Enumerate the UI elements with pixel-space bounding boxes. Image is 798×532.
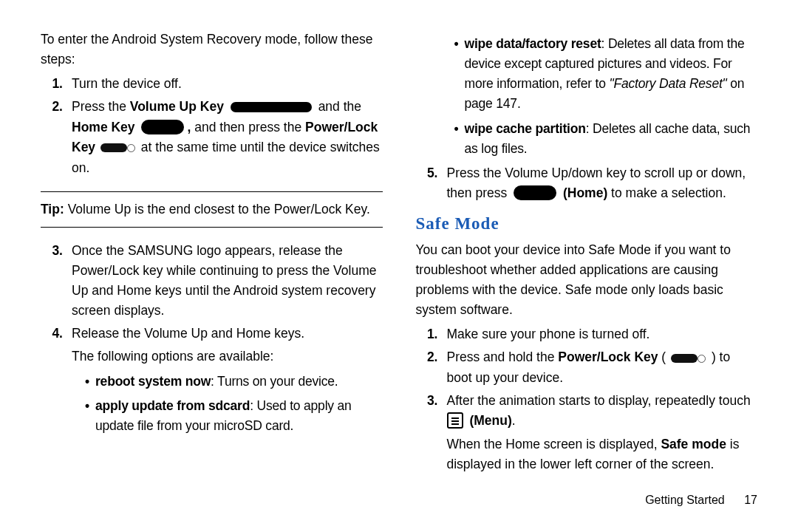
step-number: 2. xyxy=(41,97,63,117)
cross-reference: "Factory Data Reset" xyxy=(609,76,726,91)
left-column: To enter the Android System Recovery mod… xyxy=(41,30,383,477)
section-name: Getting Started xyxy=(645,494,725,506)
volume-up-key-label: Volume Up Key xyxy=(130,99,224,114)
recovery-step-5: 5. Press the Volume Up/down key to scrol… xyxy=(416,163,758,203)
tip-text: Volume Up is the end closest to the Powe… xyxy=(64,202,370,216)
comma: , xyxy=(187,120,191,134)
step-2: 2. Press the Volume Up Key and the Home … xyxy=(63,97,383,177)
home-key-label: Home Key xyxy=(72,120,135,134)
volume-key-icon xyxy=(231,102,312,112)
power-key-icon xyxy=(100,143,127,152)
option-reboot: reboot system now: Turns on your device. xyxy=(85,372,383,392)
step-1: 1. Turn the device off. xyxy=(63,74,383,94)
safe-mode-step-1: 1. Make sure your phone is turned off. xyxy=(438,324,758,344)
safe-mode-intro: You can boot your device into Safe Mode … xyxy=(416,240,758,321)
divider xyxy=(41,191,383,192)
option-update-sdcard: apply update from sdcard: Used to apply … xyxy=(85,396,383,436)
safe-mode-steps: 1. Make sure your phone is turned off. 2… xyxy=(416,324,758,474)
recovery-steps-3-4: 3. Once the SAMSUNG logo appears, releas… xyxy=(41,241,383,436)
step-text-a: Release the Volume Up and Home keys. xyxy=(72,326,304,341)
step-text-a: Press and hold the xyxy=(447,349,559,364)
option-desc: : Turns on your device. xyxy=(211,374,338,389)
option-wipe-cache: wipe cache partition: Deletes all cache … xyxy=(454,119,758,159)
safe-mode-step-3: 3. After the animation starts to display… xyxy=(438,391,758,474)
step-text-b: to make a selection. xyxy=(611,185,726,200)
step-text-b: and the xyxy=(318,99,361,114)
recovery-options-right: wipe data/factory reset: Deletes all dat… xyxy=(416,34,758,159)
step-number: 2. xyxy=(416,347,438,367)
step-number: 3. xyxy=(41,241,63,261)
safe-mode-heading: Safe Mode xyxy=(416,211,758,237)
step-3: 3. Once the SAMSUNG logo appears, releas… xyxy=(63,241,383,321)
step-5: 5. Press the Volume Up/down key to scrol… xyxy=(438,163,758,203)
step-4: 4. Release the Volume Up and Home keys. … xyxy=(63,324,383,436)
menu-label: (Menu) xyxy=(469,413,511,428)
option-name: wipe cache partition xyxy=(465,121,586,136)
page-number: 17 xyxy=(744,494,757,506)
option-name: apply update from sdcard xyxy=(95,398,250,413)
result-a: When the Home screen is displayed, xyxy=(447,437,661,451)
option-wipe-data: wipe data/factory reset: Deletes all dat… xyxy=(454,34,758,115)
option-name: reboot system now xyxy=(95,374,211,389)
safe-mode-step-2: 2. Press and hold the Power/Lock Key ( )… xyxy=(438,347,758,388)
home-key-icon xyxy=(141,120,184,134)
home-label: (Home) xyxy=(563,185,607,200)
step-text-b: The following options are available: xyxy=(72,347,383,366)
step-text-a: After the animation starts to display, r… xyxy=(447,393,751,408)
step-text-c: and then press the xyxy=(194,120,305,134)
recovery-options-left: reboot system now: Turns on your device.… xyxy=(72,372,383,436)
safe-mode-label: Safe mode xyxy=(661,437,726,451)
recovery-steps-1-2: 1. Turn the device off. 2. Press the Vol… xyxy=(41,74,383,177)
period: . xyxy=(512,413,516,428)
step-text: Turn the device off. xyxy=(72,76,182,91)
home-key-icon xyxy=(514,185,556,200)
menu-icon xyxy=(447,412,463,429)
step-number: 1. xyxy=(416,324,438,344)
power-lock-key-label: Power/Lock Key xyxy=(558,349,658,364)
option-name: wipe data/factory reset xyxy=(465,36,601,51)
step-number: 1. xyxy=(41,74,63,94)
page-columns: To enter the Android System Recovery mod… xyxy=(0,0,798,477)
step-number: 4. xyxy=(41,324,63,344)
divider xyxy=(41,227,383,228)
right-column: wipe data/factory reset: Deletes all dat… xyxy=(416,30,758,477)
power-key-icon xyxy=(671,354,698,363)
intro-text: To enter the Android System Recovery mod… xyxy=(41,30,383,69)
tip-label: Tip: xyxy=(41,202,64,216)
step-number: 5. xyxy=(416,163,438,183)
safe-mode-result: When the Home screen is displayed, Safe … xyxy=(447,434,758,474)
step-number: 3. xyxy=(416,391,438,411)
page-footer: Getting Started 17 xyxy=(645,491,757,510)
paren-open: ( xyxy=(658,349,670,364)
step-text: Make sure your phone is turned off. xyxy=(447,327,650,341)
tip-block: Tip: Volume Up is the end closest to the… xyxy=(41,200,383,219)
step-text-a: Press the xyxy=(72,99,130,114)
step-text: Once the SAMSUNG logo appears, release t… xyxy=(72,243,376,318)
